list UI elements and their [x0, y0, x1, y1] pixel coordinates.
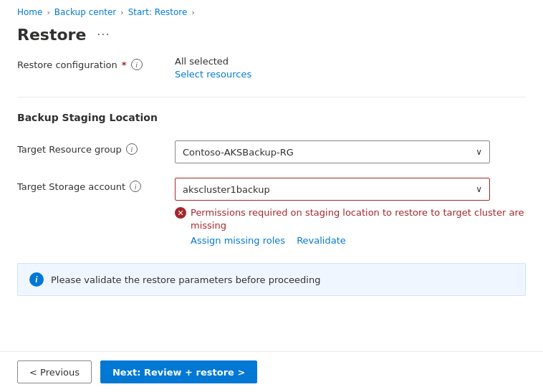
breadcrumb-sep-2: › — [120, 8, 123, 17]
breadcrumb: Home › Backup center › Start: Restore › — [0, 0, 543, 21]
target-resource-group-info-icon[interactable]: i — [126, 143, 138, 155]
error-block: ✕ Permissions required on staging locati… — [175, 206, 526, 246]
required-indicator: * — [122, 59, 127, 70]
breadcrumb-sep-3: › — [191, 8, 194, 17]
target-storage-account-row: Target Storage account i akscluster1back… — [17, 178, 526, 246]
restore-config-info-icon[interactable]: i — [131, 59, 143, 70]
error-actions: Assign missing roles Revalidate — [191, 235, 526, 246]
previous-button[interactable]: < Previous — [17, 360, 92, 383]
restore-config-value: All selected Select resources — [175, 56, 526, 80]
next-button[interactable]: Next: Review + restore > — [100, 360, 257, 383]
target-storage-account-arrow-icon: ∨ — [476, 184, 482, 194]
all-selected-text: All selected — [175, 56, 526, 67]
error-content: Permissions required on staging location… — [191, 206, 526, 246]
page-header: Restore ··· — [0, 21, 543, 56]
page-title: Restore — [17, 26, 86, 44]
footer: < Previous Next: Review + restore > — [0, 351, 543, 392]
breadcrumb-sep-1: › — [47, 8, 49, 17]
error-message: Permissions required on staging location… — [191, 206, 526, 232]
target-storage-account-dropdown[interactable]: akscluster1backup ∨ — [175, 178, 490, 201]
ellipsis-button[interactable]: ··· — [93, 24, 113, 44]
assign-missing-roles-link[interactable]: Assign missing roles — [191, 235, 285, 246]
select-resources-link[interactable]: Select resources — [175, 69, 251, 80]
backup-staging-section: Backup Staging Location Target Resource … — [17, 112, 526, 246]
restore-config-section: Restore configuration * i All selected S… — [17, 56, 526, 80]
target-storage-account-selected: akscluster1backup — [183, 184, 270, 195]
breadcrumb-backup-center[interactable]: Backup center — [54, 7, 116, 17]
validation-info-icon: i — [29, 272, 44, 287]
backup-staging-heading: Backup Staging Location — [17, 112, 526, 129]
validation-text: Please validate the restore parameters b… — [51, 274, 320, 285]
breadcrumb-home[interactable]: Home — [17, 7, 42, 17]
validation-banner: i Please validate the restore parameters… — [17, 263, 526, 296]
target-resource-group-dropdown[interactable]: Contoso-AKSBackup-RG ∨ — [175, 140, 490, 163]
target-resource-group-selected: Contoso-AKSBackup-RG — [183, 147, 294, 158]
restore-config-label-text: Restore configuration — [17, 59, 117, 70]
restore-config-label: Restore configuration * i — [17, 56, 175, 70]
breadcrumb-start-restore[interactable]: Start: Restore — [128, 7, 188, 17]
revalidate-link[interactable]: Revalidate — [297, 235, 346, 246]
main-content: Restore configuration * i All selected S… — [0, 56, 543, 296]
target-resource-group-arrow-icon: ∨ — [476, 147, 482, 157]
error-icon: ✕ — [175, 207, 186, 219]
target-storage-account-info-icon[interactable]: i — [130, 181, 141, 192]
section-divider — [17, 97, 526, 97]
target-resource-group-row: Target Resource group i Contoso-AKSBacku… — [17, 140, 526, 163]
target-resource-group-value: Contoso-AKSBackup-RG ∨ — [175, 140, 526, 163]
restore-config-row: Restore configuration * i All selected S… — [17, 56, 526, 80]
target-storage-account-value: akscluster1backup ∨ ✕ Permissions requir… — [175, 178, 526, 246]
target-storage-account-label-text: Target Storage account — [17, 181, 125, 192]
target-resource-group-label-text: Target Resource group — [17, 144, 122, 155]
target-storage-account-label: Target Storage account i — [17, 178, 175, 192]
target-resource-group-label: Target Resource group i — [17, 140, 175, 155]
